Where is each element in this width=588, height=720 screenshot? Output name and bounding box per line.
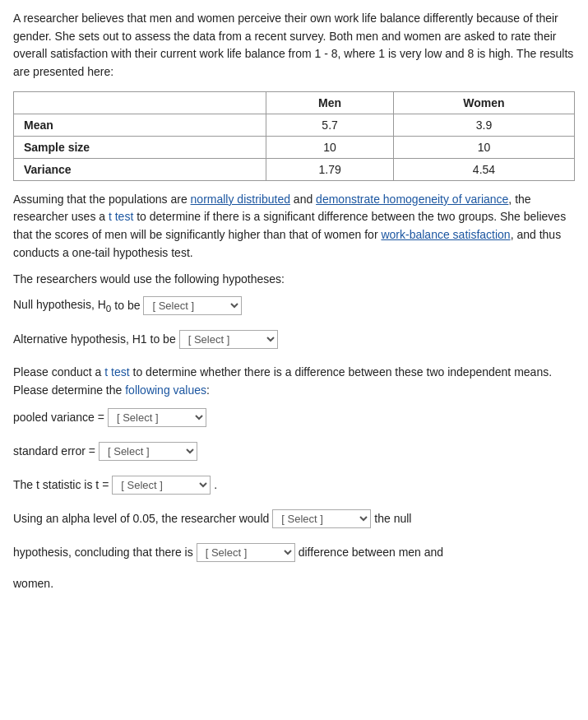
t-statistic-label: The t statistic is t = <box>13 476 109 494</box>
homogeneity-text: demonstrate homogeneity of variance <box>316 193 508 206</box>
table-row: Mean 5.7 3.9 <box>14 114 575 136</box>
hypothesis-intro: The researchers would use the following … <box>13 271 575 289</box>
null-hypothesis-select[interactable]: [ Select ] <box>143 296 242 315</box>
alpha-suffix: the null <box>374 510 411 527</box>
row-label-variance: Variance <box>14 158 266 180</box>
row-men-mean: 5.7 <box>266 114 394 136</box>
null-hypothesis-suffix: to be <box>114 297 140 314</box>
alpha-select[interactable]: [ Select ] <box>272 509 371 528</box>
data-table: Men Women Mean 5.7 3.9 Sample size 10 10… <box>13 91 575 181</box>
following-values-text: following values <box>125 383 206 397</box>
normally-distributed-text: normally distributed <box>191 193 290 206</box>
table-header-women: Women <box>393 91 574 114</box>
conclude-prefix: hypothesis, concluding that there is <box>13 544 193 561</box>
row-women-mean: 3.9 <box>393 114 574 136</box>
pooled-variance-label: pooled variance = <box>13 409 104 426</box>
conclude-line: hypothesis, concluding that there is [ S… <box>13 543 575 562</box>
row-women-variance: 4.54 <box>393 158 574 180</box>
standard-error-line: standard error = [ Select ] <box>13 442 575 461</box>
alt-hypothesis-line: Alternative hypothesis, H1 to be [ Selec… <box>13 330 575 349</box>
row-women-samplesize: 10 <box>393 136 574 158</box>
row-label-samplesize: Sample size <box>14 136 266 158</box>
intro-paragraph: A researcher believes that men and women… <box>13 10 575 81</box>
row-men-variance: 1.79 <box>266 158 394 180</box>
standard-error-select[interactable]: [ Select ] <box>99 442 197 461</box>
pooled-variance-select[interactable]: [ Select ] <box>108 408 206 427</box>
standard-error-label: standard error = <box>13 443 95 460</box>
t-statistic-line: The t statistic is t = [ Select ] . <box>13 476 575 495</box>
conclude-suffix: difference between men and <box>299 544 443 561</box>
t-statistic-select[interactable]: [ Select ] <box>112 476 211 495</box>
row-label-mean: Mean <box>14 114 266 136</box>
table-header-men: Men <box>266 91 394 114</box>
null-subscript: 0 <box>106 303 111 314</box>
t-test-ref2: t test <box>104 365 129 379</box>
table-row: Sample size 10 10 <box>14 136 575 158</box>
row-men-samplesize: 10 <box>266 136 394 158</box>
null-hypothesis-prefix: Null hypothesis, H0 <box>13 296 111 315</box>
conduct-paragraph: Please conduct a t test to determine whe… <box>13 364 575 399</box>
final-word: women. <box>13 577 575 590</box>
assumption-paragraph: Assuming that the populations are normal… <box>13 191 575 262</box>
table-header-empty <box>14 91 266 114</box>
table-row: Variance 1.79 4.54 <box>14 158 575 180</box>
work-balance-text: work-balance satisfaction <box>381 228 510 241</box>
alt-hypothesis-prefix: Alternative hypothesis, H1 to be <box>13 331 176 348</box>
null-hypothesis-line: Null hypothesis, H0 to be [ Select ] <box>13 296 575 315</box>
t-statistic-period: . <box>214 476 217 494</box>
pooled-variance-line: pooled variance = [ Select ] <box>13 408 575 427</box>
t-test-ref1: t test <box>109 210 133 223</box>
alt-hypothesis-select[interactable]: [ Select ] <box>179 330 278 349</box>
conclude-select[interactable]: [ Select ] <box>197 543 295 562</box>
alpha-line: Using an alpha level of 0.05, the resear… <box>13 509 575 528</box>
alpha-prefix: Using an alpha level of 0.05, the resear… <box>13 510 269 527</box>
